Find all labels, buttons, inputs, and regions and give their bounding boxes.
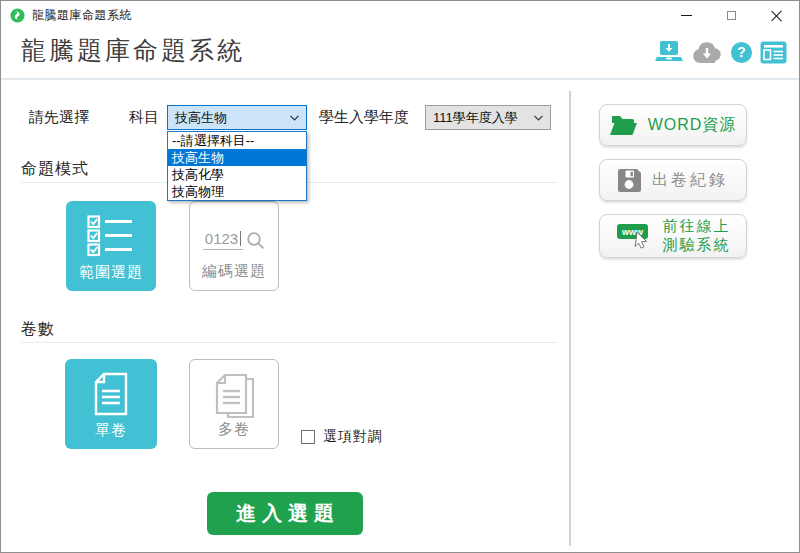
swap-options-checkbox-row[interactable]: 選項對調	[301, 428, 383, 446]
computer-download-icon[interactable]	[654, 40, 684, 64]
maximize-icon	[727, 11, 736, 20]
code-select-label: 編碼選題	[202, 262, 266, 281]
swap-options-checkbox[interactable]	[301, 430, 315, 444]
minimize-button[interactable]	[664, 1, 709, 29]
subject-option[interactable]: 技高化學	[168, 166, 306, 183]
close-icon	[771, 10, 782, 21]
online-test-system-button[interactable]: www 前往線上 測驗系統	[599, 214, 747, 258]
range-select-button[interactable]: 範圍選題	[66, 201, 156, 291]
paper-section-divider	[21, 342, 558, 343]
search-icon	[246, 231, 265, 250]
subject-option[interactable]: 技高生物	[168, 149, 306, 166]
single-paper-button[interactable]: 單卷	[65, 359, 157, 449]
year-label: 學生入學年度	[319, 108, 409, 127]
subject-option[interactable]: --請選擇科目--	[168, 132, 306, 149]
minimize-icon	[681, 15, 692, 16]
exam-record-button[interactable]: 出卷紀錄	[599, 159, 747, 201]
close-button[interactable]	[754, 1, 799, 29]
exam-record-label: 出卷紀錄	[652, 170, 728, 191]
enter-selection-button[interactable]: 進入選題	[207, 492, 363, 535]
online-test-system-label: 前往線上 測驗系統	[663, 217, 731, 255]
code-sample-text: 0123	[205, 230, 238, 247]
word-resource-button[interactable]: WORD資源	[599, 104, 747, 146]
maximize-button[interactable]	[709, 1, 754, 29]
vertical-divider	[569, 91, 571, 546]
select-prompt: 請先選擇	[29, 108, 89, 127]
multi-paper-button[interactable]: 多卷	[189, 359, 279, 449]
help-icon[interactable]: ?	[730, 41, 753, 64]
page-title: 龍騰題庫命題系統	[21, 34, 245, 67]
online-label-line1: 前往線上	[663, 217, 731, 234]
header-divider	[1, 78, 799, 80]
exam-record-panel-icon[interactable]	[760, 41, 787, 64]
chevron-down-icon	[290, 115, 299, 121]
save-icon	[618, 169, 641, 192]
online-label-line2: 測驗系統	[663, 236, 731, 253]
subject-label: 科目	[129, 108, 159, 127]
multi-paper-label: 多卷	[218, 420, 250, 439]
chevron-down-icon	[534, 115, 543, 121]
folder-icon	[610, 115, 637, 136]
subject-select-value: 技高生物	[175, 109, 227, 127]
app-window: 龍騰題庫命題系統 龍騰題庫命題系統	[0, 0, 800, 553]
year-select-value: 111學年度入學	[433, 109, 518, 127]
documents-stack-icon	[213, 373, 255, 419]
year-select[interactable]: 111學年度入學	[425, 105, 551, 130]
range-select-label: 範圍選題	[79, 263, 143, 282]
code-select-button[interactable]: 0123 編碼選題	[189, 201, 279, 291]
swap-options-label: 選項對調	[323, 428, 383, 446]
document-icon	[93, 372, 129, 416]
text-caret	[240, 231, 241, 246]
code-entry: 0123	[203, 230, 265, 250]
app-logo-icon	[10, 8, 25, 23]
checklist-icon	[87, 215, 135, 257]
subject-option[interactable]: 技高物理	[168, 183, 306, 200]
word-resource-label: WORD資源	[648, 115, 737, 136]
subject-dropdown-list: --請選擇科目-- 技高生物 技高化學 技高物理	[167, 131, 307, 201]
cloud-download-icon[interactable]	[691, 41, 723, 64]
titlebar-title: 龍騰題庫命題系統	[32, 7, 132, 24]
www-cursor-icon: www	[616, 222, 652, 250]
svg-text:?: ?	[737, 44, 746, 60]
single-paper-label: 單卷	[95, 421, 127, 440]
paper-section-title: 卷數	[21, 319, 55, 340]
subject-select[interactable]: 技高生物	[167, 105, 307, 130]
titlebar: 龍騰題庫命題系統	[1, 1, 799, 29]
mode-section-title: 命題模式	[21, 159, 89, 180]
